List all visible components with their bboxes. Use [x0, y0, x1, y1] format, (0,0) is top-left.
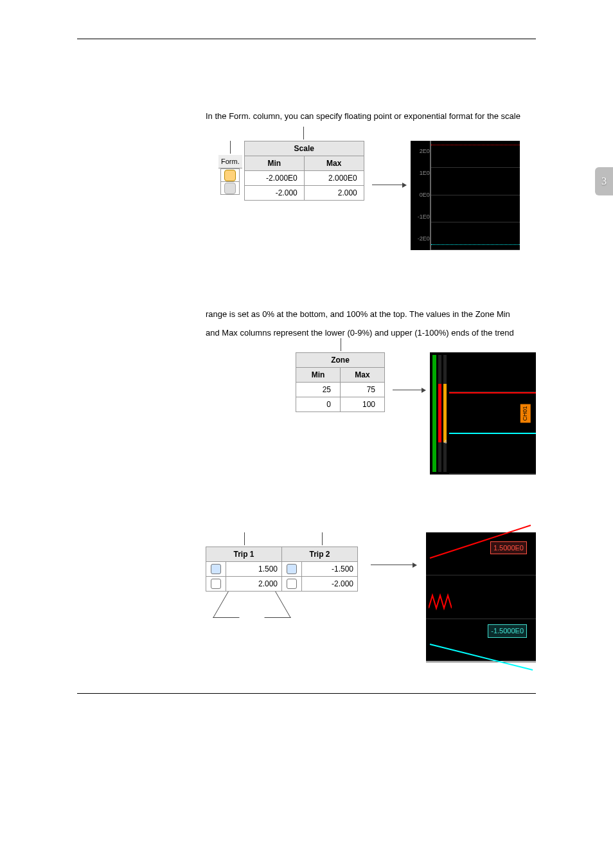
table-row: 0 100	[296, 397, 385, 411]
table-row: -2.000 2.000	[244, 185, 364, 200]
trip2-val-0[interactable]: -1.500	[301, 561, 357, 576]
scale-col-max: Max	[304, 156, 364, 170]
trip1-val-1[interactable]: 2.000	[226, 576, 281, 591]
trip1-check-0[interactable]	[206, 561, 226, 576]
scale-max-0[interactable]: 2.000E0	[304, 170, 364, 185]
form-cell-exp[interactable]	[221, 169, 239, 181]
form-column: Form.	[218, 141, 242, 195]
page-index-3: 3	[601, 174, 607, 189]
zone-max-0[interactable]: 75	[341, 382, 385, 397]
scale-table: Scale Min Max -2.000E0 2.000E0 -2.000	[244, 141, 364, 201]
scale-table-header: Scale	[244, 141, 364, 156]
scale-min-0[interactable]: -2.000E0	[244, 170, 304, 185]
header-rule	[77, 39, 536, 39]
tick: 0E0	[420, 191, 430, 200]
zone-intro-b: and Max columns represent the lower (0-9…	[206, 327, 536, 339]
zone-marker-4: 4	[443, 438, 450, 444]
arrow-icon	[371, 565, 413, 565]
zone-table-header: Zone	[296, 352, 385, 367]
trip2-check-0[interactable]	[282, 561, 302, 576]
waveform-icon	[429, 593, 452, 611]
table-row: 1.500 -1.500	[206, 561, 358, 576]
zone-intro-a: range is set as 0% at the bottom, and 10…	[206, 308, 536, 321]
page-index-tab: 3	[595, 167, 613, 195]
tick: 1E0	[420, 169, 430, 178]
zone-example: Zone Min Max 25 75 0 100	[296, 352, 536, 475]
zone-right-scale: CH01	[520, 404, 531, 422]
form-cell-float[interactable]	[221, 181, 239, 194]
arrow-icon	[393, 390, 422, 390]
trip1-val-0[interactable]: 1.500	[226, 561, 281, 576]
zone-min-0[interactable]: 25	[296, 382, 341, 397]
table-row: -2.000E0 2.000E0	[244, 170, 364, 185]
scale-min-1[interactable]: -2.000	[244, 185, 304, 200]
scale-example: Form. Scale Min Max	[218, 141, 536, 250]
trip2-val-1[interactable]: -2.000	[301, 576, 357, 591]
trip-table: Trip 1 Trip 2 1.500 -1.500	[206, 547, 358, 592]
scale-intro-text: In the Form. column, you can specify flo…	[206, 110, 536, 123]
zone-trend-preview: CH01 4	[430, 352, 536, 475]
table-row: 25 75	[296, 382, 385, 397]
lead-lines	[241, 592, 358, 630]
scale-col-min: Min	[244, 156, 304, 170]
trip2-header: Trip 2	[282, 547, 358, 561]
arrow-icon	[372, 185, 403, 185]
tick: -2E0	[418, 235, 430, 244]
tick: -1E0	[418, 213, 430, 222]
tick: 2E0	[420, 147, 430, 156]
trip1-header: Trip 1	[206, 547, 282, 561]
zone-max-1[interactable]: 100	[341, 397, 385, 411]
trip1-check-1[interactable]	[206, 576, 226, 591]
zone-min-1[interactable]: 0	[296, 397, 341, 411]
trip-label-a: 1.5000E0	[490, 541, 527, 555]
trip-trend-preview: 1.5000E0 -1.5000E0	[426, 532, 536, 661]
trip-example: Trip 1 Trip 2 1.500 -1.500	[206, 532, 536, 661]
trip-label-b: -1.5000E0	[488, 624, 527, 638]
form-header: Form.	[218, 155, 242, 169]
zone-table: Zone Min Max 25 75 0 100	[296, 352, 385, 412]
zone-col-max: Max	[341, 367, 385, 382]
scale-trend-preview: 2E0 1E0 0E0 -1E0 -2E0	[411, 141, 520, 250]
scale-max-1[interactable]: 2.000	[304, 185, 364, 200]
table-row: 2.000 -2.000	[206, 576, 358, 591]
zone-col-min: Min	[296, 367, 341, 382]
trip2-check-1[interactable]	[282, 576, 302, 591]
footer-rule	[77, 693, 536, 694]
